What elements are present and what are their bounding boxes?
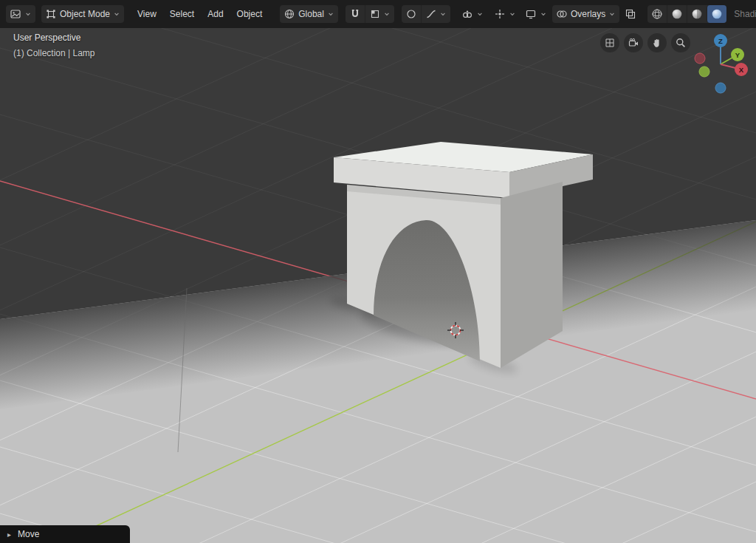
- chevron-down-icon: [24, 10, 32, 18]
- pan-view-button[interactable]: [647, 33, 667, 52]
- camera-view-button[interactable]: [624, 33, 643, 52]
- operator-label: Move: [18, 529, 39, 539]
- menu-add[interactable]: Add: [202, 5, 229, 23]
- overlays-icon: [556, 8, 568, 20]
- navigation-cluster: Z Y X: [591, 28, 756, 109]
- chevron-down-icon: [327, 10, 334, 18]
- mode-label: Object Mode: [60, 9, 110, 19]
- magnet-icon: [349, 8, 361, 20]
- expand-triangle-icon: ▸: [7, 530, 11, 539]
- orientation-label: Global: [298, 9, 324, 19]
- chevron-down-icon: [608, 10, 616, 18]
- breadcrumb: (1) Collection | Lamp: [13, 48, 95, 58]
- viewport-header: Object Mode View Select Add Object Globa…: [0, 0, 756, 28]
- pivot-point-icon: [461, 8, 473, 20]
- menu-view[interactable]: View: [131, 5, 162, 23]
- editor-type-dropdown[interactable]: [6, 5, 35, 23]
- chevron-down-icon: [439, 10, 447, 18]
- gizmo-neg-z-ball: [715, 83, 726, 93]
- gizmo-neg-y-ball: [699, 66, 709, 77]
- svg-text:Z: Z: [718, 37, 723, 45]
- svg-text:Y: Y: [735, 51, 740, 59]
- snap-target-icon: [369, 8, 381, 20]
- shading-mode-group: [647, 5, 726, 23]
- shading-material-button[interactable]: [687, 5, 707, 23]
- visibility-icon: [525, 8, 537, 20]
- shading-wireframe-button[interactable]: [647, 5, 667, 23]
- material-sphere-icon: [691, 8, 703, 20]
- proportional-circle-icon: [405, 8, 417, 20]
- menu-select[interactable]: Select: [164, 5, 200, 23]
- xray-icon: [625, 8, 636, 20]
- shading-rendered-button[interactable]: [707, 5, 726, 23]
- axis-gizmo[interactable]: Z Y X: [695, 34, 748, 93]
- chevron-down-icon: [383, 10, 391, 18]
- snap-toggle[interactable]: [346, 5, 365, 23]
- zoom-view-button[interactable]: [671, 33, 690, 52]
- gizmo-neg-x-ball: [695, 53, 705, 64]
- chevron-down-icon: [509, 10, 516, 18]
- solid-sphere-icon: [671, 8, 683, 20]
- wireframe-sphere-icon: [651, 8, 663, 20]
- shading-section-label: Shading: [734, 9, 756, 19]
- snapping-group: [346, 5, 394, 23]
- object-mode-icon: [45, 8, 57, 20]
- globe-icon: [284, 8, 295, 20]
- editor-type-icon: [10, 8, 21, 20]
- overlays-label: Overlays: [571, 9, 605, 19]
- falloff-curve-icon: [425, 8, 437, 20]
- overlays-dropdown[interactable]: Overlays: [552, 5, 619, 23]
- falloff-dropdown[interactable]: [421, 5, 450, 23]
- gizmo-icon: [494, 8, 506, 20]
- svg-text:X: X: [739, 66, 744, 74]
- chevron-down-icon: [540, 10, 547, 18]
- view-perspective-label: User Perspective: [13, 33, 80, 43]
- pivot-dropdown[interactable]: [458, 5, 487, 23]
- ortho-toggle-button[interactable]: [600, 33, 619, 52]
- shading-solid-button[interactable]: [667, 5, 687, 23]
- gizmos-dropdown[interactable]: [490, 5, 520, 23]
- snap-target-dropdown[interactable]: [365, 5, 394, 23]
- chevron-down-icon: [113, 10, 120, 18]
- chevron-down-icon: [476, 10, 484, 18]
- xray-toggle[interactable]: [621, 5, 640, 23]
- proportional-toggle[interactable]: [402, 5, 421, 23]
- rendered-sphere-icon: [711, 8, 723, 20]
- operator-panel-move[interactable]: ▸ Move: [0, 525, 130, 543]
- menu-object[interactable]: Object: [231, 5, 269, 23]
- mode-dropdown[interactable]: Object Mode: [41, 5, 124, 23]
- orientation-dropdown[interactable]: Global: [280, 5, 338, 23]
- visibility-dropdown[interactable]: [521, 5, 551, 23]
- proportional-group: [402, 5, 450, 23]
